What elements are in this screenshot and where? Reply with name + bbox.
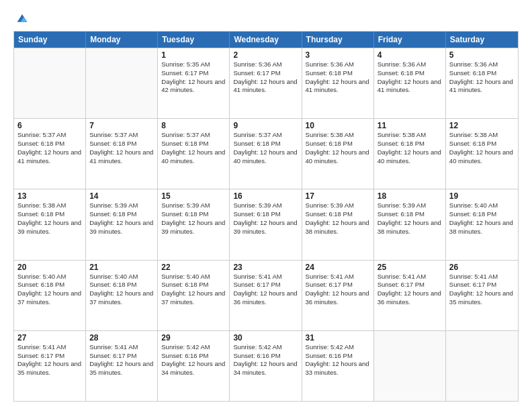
day-info: Sunrise: 5:39 AM Sunset: 6:18 PM Dayligh… — [306, 201, 370, 236]
day-number: 10 — [306, 121, 370, 130]
cal-header-day: Wednesday — [230, 32, 302, 48]
cal-week: 20Sunrise: 5:40 AM Sunset: 6:18 PM Dayli… — [14, 260, 518, 330]
day-info: Sunrise: 5:38 AM Sunset: 6:18 PM Dayligh… — [449, 131, 515, 165]
cal-cell: 19Sunrise: 5:40 AM Sunset: 6:18 PM Dayli… — [446, 189, 518, 259]
calendar-header: SundayMondayTuesdayWednesdayThursdayFrid… — [14, 32, 518, 48]
day-info: Sunrise: 5:40 AM Sunset: 6:18 PM Dayligh… — [449, 201, 515, 236]
cal-header-day: Thursday — [302, 32, 374, 48]
day-number: 1 — [161, 50, 226, 60]
day-info: Sunrise: 5:39 AM Sunset: 6:18 PM Dayligh… — [89, 201, 154, 236]
cal-header-day: Sunday — [14, 32, 86, 48]
day-number: 15 — [161, 191, 226, 201]
day-info: Sunrise: 5:38 AM Sunset: 6:18 PM Dayligh… — [17, 201, 82, 236]
cal-week: 1Sunrise: 5:35 AM Sunset: 6:17 PM Daylig… — [14, 48, 518, 118]
cal-cell: 28Sunrise: 5:41 AM Sunset: 6:17 PM Dayli… — [86, 331, 158, 401]
day-info: Sunrise: 5:38 AM Sunset: 6:18 PM Dayligh… — [378, 131, 442, 165]
day-info: Sunrise: 5:42 AM Sunset: 6:16 PM Dayligh… — [306, 343, 370, 377]
cal-header-day: Monday — [86, 32, 158, 48]
day-info: Sunrise: 5:40 AM Sunset: 6:18 PM Dayligh… — [17, 273, 82, 307]
day-number: 3 — [306, 50, 370, 60]
cal-cell: 9Sunrise: 5:37 AM Sunset: 6:18 PM Daylig… — [230, 119, 302, 189]
cal-cell: 5Sunrise: 5:36 AM Sunset: 6:18 PM Daylig… — [446, 48, 518, 118]
cal-cell — [374, 331, 446, 401]
cal-cell: 27Sunrise: 5:41 AM Sunset: 6:17 PM Dayli… — [14, 331, 86, 401]
cal-header-day: Friday — [374, 32, 446, 48]
day-info: Sunrise: 5:39 AM Sunset: 6:18 PM Dayligh… — [161, 201, 226, 236]
day-number: 4 — [378, 50, 442, 60]
day-number: 29 — [161, 333, 226, 342]
day-info: Sunrise: 5:41 AM Sunset: 6:17 PM Dayligh… — [233, 273, 298, 307]
day-number: 9 — [233, 121, 298, 130]
calendar: SundayMondayTuesdayWednesdayThursdayFrid… — [13, 31, 519, 402]
cal-cell: 23Sunrise: 5:41 AM Sunset: 6:17 PM Dayli… — [230, 261, 302, 330]
day-number: 19 — [449, 191, 515, 201]
day-info: Sunrise: 5:42 AM Sunset: 6:16 PM Dayligh… — [233, 343, 298, 377]
logo-icon — [16, 12, 28, 24]
cal-cell: 31Sunrise: 5:42 AM Sunset: 6:16 PM Dayli… — [302, 331, 374, 401]
cal-cell: 8Sunrise: 5:37 AM Sunset: 6:18 PM Daylig… — [158, 119, 230, 189]
cal-cell — [446, 331, 518, 401]
day-info: Sunrise: 5:35 AM Sunset: 6:17 PM Dayligh… — [161, 60, 226, 95]
day-info: Sunrise: 5:36 AM Sunset: 6:18 PM Dayligh… — [306, 60, 370, 95]
day-info: Sunrise: 5:36 AM Sunset: 6:18 PM Dayligh… — [449, 60, 515, 95]
cal-cell: 24Sunrise: 5:41 AM Sunset: 6:17 PM Dayli… — [302, 261, 374, 330]
cal-cell: 30Sunrise: 5:42 AM Sunset: 6:16 PM Dayli… — [230, 331, 302, 401]
day-number: 28 — [89, 333, 154, 342]
cal-cell: 13Sunrise: 5:38 AM Sunset: 6:18 PM Dayli… — [14, 189, 86, 259]
day-number: 20 — [17, 263, 82, 272]
day-number: 12 — [449, 121, 515, 130]
cal-header-day: Tuesday — [158, 32, 230, 48]
day-number: 30 — [233, 333, 298, 342]
day-number: 31 — [306, 333, 370, 342]
day-info: Sunrise: 5:39 AM Sunset: 6:18 PM Dayligh… — [233, 201, 298, 236]
cal-cell: 17Sunrise: 5:39 AM Sunset: 6:18 PM Dayli… — [302, 189, 374, 259]
day-info: Sunrise: 5:36 AM Sunset: 6:17 PM Dayligh… — [233, 60, 298, 95]
cal-cell — [14, 48, 86, 118]
day-info: Sunrise: 5:37 AM Sunset: 6:18 PM Dayligh… — [161, 131, 226, 165]
day-number: 13 — [17, 191, 82, 201]
cal-cell: 4Sunrise: 5:36 AM Sunset: 6:18 PM Daylig… — [374, 48, 446, 118]
day-number: 24 — [306, 263, 370, 272]
day-number: 23 — [233, 263, 298, 272]
cal-cell: 12Sunrise: 5:38 AM Sunset: 6:18 PM Dayli… — [446, 119, 518, 189]
day-number: 8 — [161, 121, 226, 130]
cal-cell: 25Sunrise: 5:41 AM Sunset: 6:17 PM Dayli… — [374, 261, 446, 330]
cal-cell: 26Sunrise: 5:41 AM Sunset: 6:17 PM Dayli… — [446, 261, 518, 330]
day-number: 7 — [89, 121, 154, 130]
day-number: 14 — [89, 191, 154, 201]
cal-cell: 6Sunrise: 5:37 AM Sunset: 6:18 PM Daylig… — [14, 119, 86, 189]
cal-week: 6Sunrise: 5:37 AM Sunset: 6:18 PM Daylig… — [14, 118, 518, 189]
day-number: 16 — [233, 191, 298, 201]
cal-week: 27Sunrise: 5:41 AM Sunset: 6:17 PM Dayli… — [14, 330, 518, 401]
cal-cell: 2Sunrise: 5:36 AM Sunset: 6:17 PM Daylig… — [230, 48, 302, 118]
day-info: Sunrise: 5:37 AM Sunset: 6:18 PM Dayligh… — [233, 131, 298, 165]
logo — [13, 12, 28, 24]
day-info: Sunrise: 5:38 AM Sunset: 6:18 PM Dayligh… — [306, 131, 370, 165]
day-number: 5 — [449, 50, 515, 60]
cal-header-day: Saturday — [446, 32, 518, 48]
day-info: Sunrise: 5:40 AM Sunset: 6:18 PM Dayligh… — [161, 273, 226, 307]
day-number: 21 — [89, 263, 154, 272]
day-number: 18 — [378, 191, 442, 201]
day-number: 27 — [17, 333, 82, 342]
cal-cell: 16Sunrise: 5:39 AM Sunset: 6:18 PM Dayli… — [230, 189, 302, 259]
day-info: Sunrise: 5:41 AM Sunset: 6:17 PM Dayligh… — [17, 343, 82, 377]
page-header — [13, 12, 519, 24]
cal-cell: 10Sunrise: 5:38 AM Sunset: 6:18 PM Dayli… — [302, 119, 374, 189]
day-info: Sunrise: 5:37 AM Sunset: 6:18 PM Dayligh… — [89, 131, 154, 165]
cal-cell: 11Sunrise: 5:38 AM Sunset: 6:18 PM Dayli… — [374, 119, 446, 189]
day-number: 22 — [161, 263, 226, 272]
day-number: 2 — [233, 50, 298, 60]
day-number: 17 — [306, 191, 370, 201]
cal-cell: 14Sunrise: 5:39 AM Sunset: 6:18 PM Dayli… — [86, 189, 158, 259]
day-info: Sunrise: 5:37 AM Sunset: 6:18 PM Dayligh… — [17, 131, 82, 165]
cal-cell: 7Sunrise: 5:37 AM Sunset: 6:18 PM Daylig… — [86, 119, 158, 189]
day-number: 26 — [449, 263, 515, 272]
cal-cell — [86, 48, 158, 118]
day-number: 11 — [378, 121, 442, 130]
cal-week: 13Sunrise: 5:38 AM Sunset: 6:18 PM Dayli… — [14, 189, 518, 259]
cal-cell: 20Sunrise: 5:40 AM Sunset: 6:18 PM Dayli… — [14, 261, 86, 330]
cal-cell: 29Sunrise: 5:42 AM Sunset: 6:16 PM Dayli… — [158, 331, 230, 401]
cal-cell: 18Sunrise: 5:39 AM Sunset: 6:18 PM Dayli… — [374, 189, 446, 259]
day-info: Sunrise: 5:39 AM Sunset: 6:18 PM Dayligh… — [378, 201, 442, 236]
